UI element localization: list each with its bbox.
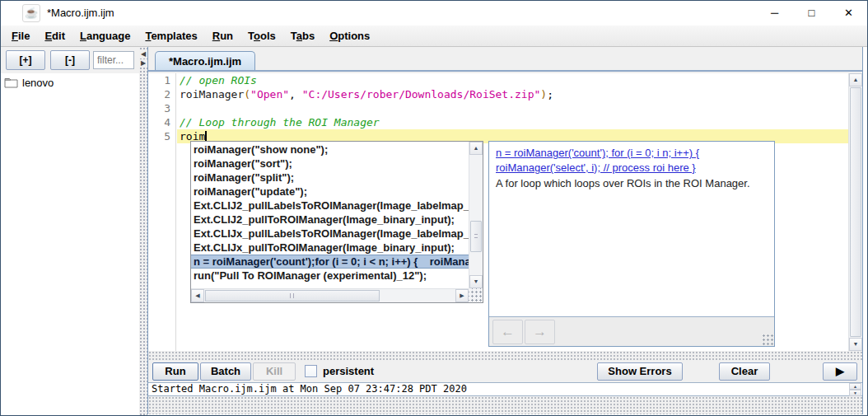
menu-run[interactable]: Run — [205, 26, 240, 46]
maximize-button[interactable]: □ — [793, 1, 830, 26]
window-title: *Macro.ijm.ijm — [47, 1, 114, 26]
menu-mnemonic: L — [80, 30, 86, 42]
filter-input[interactable] — [93, 51, 134, 69]
minimize-button[interactable]: ─ — [756, 1, 793, 26]
batch-button[interactable]: Batch — [200, 362, 251, 381]
menu-tabs[interactable]: Tabs — [283, 26, 322, 46]
tree-item-label: lenovo — [22, 77, 54, 89]
thumb-grip — [474, 234, 478, 238]
tab-strip: *Macro.ijm.ijm — [148, 47, 862, 72]
clear-button[interactable]: Clear — [719, 362, 770, 381]
ac-scroll-down-icon[interactable]: ▼ — [469, 275, 483, 288]
autocomplete-vertical-scrollbar[interactable]: ▲ ▼ — [469, 142, 483, 288]
ac-scroll-right-icon[interactable]: ▶ — [455, 289, 469, 302]
java-app-icon: ☕ — [22, 4, 40, 22]
menu-mnemonic: a — [296, 30, 302, 42]
add-tab-button[interactable]: [+] — [6, 50, 45, 70]
autocomplete-item[interactable]: run("Pull To ROIManager (experimental)_1… — [191, 269, 469, 283]
scroll-down-icon[interactable]: ▼ — [849, 338, 862, 351]
code-token: "Open" — [250, 88, 289, 100]
collapse-left-icon[interactable]: ◀ — [139, 50, 147, 58]
status-output: Started Macro.ijm.ijm at Mon Sep 07 23:4… — [148, 382, 862, 396]
status-scrollbar[interactable]: ▲ ▼ — [849, 383, 861, 396]
autocomplete-list[interactable]: roiManager("show none");roiManager("sort… — [191, 142, 469, 288]
editor-scroll-thumb[interactable] — [850, 87, 861, 337]
menu-tools[interactable]: Tools — [240, 26, 283, 46]
thumb-grip — [290, 293, 294, 298]
folder-icon — [4, 77, 18, 88]
window-controls: ─ □ ✕ — [756, 1, 867, 26]
tree-item-lenovo[interactable]: lenovo — [4, 77, 54, 89]
forward-arrow-icon[interactable]: → — [525, 320, 555, 344]
description-content: n = roiManager('count'); for (i = 0; i n… — [489, 142, 774, 316]
menu-mnemonic: R — [212, 30, 220, 42]
code-line-2: roiManager("Open", "C:/Users/rober/Downl… — [177, 87, 848, 101]
autocomplete-item[interactable]: Ext.CLIJx_pullLabelsToROIManager(Image_l… — [191, 227, 469, 241]
play-button[interactable]: ▶ — [823, 362, 857, 381]
menu-mnemonic: E — [44, 30, 52, 42]
file-tree-panel: [+] [-] lenovo — [1, 47, 139, 415]
back-arrow-icon[interactable]: ← — [492, 320, 523, 344]
editor-vertical-scrollbar[interactable]: ▲ ▼ — [848, 73, 862, 351]
line-number: 2 — [148, 87, 175, 101]
line-number: 4 — [148, 115, 175, 129]
line-number: 1 — [148, 73, 175, 87]
menu-file[interactable]: File — [4, 26, 37, 46]
status-scroll-up-icon[interactable]: ▲ — [849, 383, 861, 390]
resize-grip-icon[interactable] — [762, 334, 773, 345]
ac-scroll-left-icon[interactable]: ◀ — [191, 289, 204, 302]
titlebar: ☕ *Macro.ijm.ijm ─ □ ✕ — [1, 1, 867, 26]
menubar: FileEditLanguageTemplatesRunToolsTabsOpt… — [1, 26, 867, 47]
autocomplete-horizontal-scrollbar[interactable]: ◀ ▶ — [191, 288, 469, 302]
ac-hscroll-thumb[interactable] — [205, 290, 380, 301]
autocomplete-item[interactable]: Ext.CLIJ2_pullToROIManager(Image_binary_… — [191, 213, 469, 227]
autocomplete-item[interactable]: n = roiManager('count');for (i = 0; i < … — [191, 255, 469, 269]
code-token: ( — [244, 88, 250, 100]
persistent-checkbox[interactable] — [305, 365, 317, 377]
code-line-4: // Loop through the ROI Manager — [177, 115, 848, 129]
autocomplete-description-popup: n = roiManager('count'); for (i = 0; i n… — [488, 141, 775, 347]
remove-tab-button[interactable]: [-] — [50, 50, 90, 70]
show-errors-button[interactable]: Show Errors — [597, 362, 683, 381]
code-token: // open ROIs — [180, 74, 257, 86]
autocomplete-item[interactable]: roiManager("split"); — [191, 171, 469, 185]
line-number-gutter: 12345 — [148, 73, 176, 351]
line-number: 5 — [148, 129, 175, 143]
status-scroll-down-icon[interactable]: ▼ — [849, 390, 861, 396]
ac-scroll-up-icon[interactable]: ▲ — [469, 142, 483, 155]
autocomplete-popup: roiManager("show none");roiManager("sort… — [190, 141, 483, 303]
resize-grip-icon[interactable] — [469, 288, 483, 302]
script-editor-window: ☕ *Macro.ijm.ijm ─ □ ✕ FileEditLanguageT… — [0, 0, 868, 416]
description-link[interactable]: roiManager('select', i); // process roi … — [496, 161, 768, 175]
menu-mnemonic: o — [254, 30, 260, 42]
toolbar-top-texture — [148, 351, 862, 361]
ac-vscroll-thumb[interactable] — [470, 221, 482, 252]
close-button[interactable]: ✕ — [830, 1, 867, 26]
description-text: A for loop which loops over ROIs in the … — [496, 176, 768, 191]
autocomplete-item[interactable]: Ext.CLIJx_pullToROIManager(Image_binary_… — [191, 241, 469, 255]
run-button[interactable]: Run — [152, 362, 198, 381]
code-token: // Loop through the ROI Manager — [180, 116, 380, 129]
tree-toolbar: [+] [-] — [1, 47, 139, 73]
expand-right-icon[interactable]: ▶ — [139, 59, 147, 68]
kill-button[interactable]: Kill — [253, 362, 296, 381]
run-toolbar: Run Batch Kill persistent Show Errors Cl… — [148, 361, 862, 382]
description-link[interactable]: n = roiManager('count'); for (i = 0; i n… — [496, 146, 768, 161]
code-token: "C:/Users/rober/Downloads/RoiSet.zip" — [302, 88, 541, 100]
autocomplete-item[interactable]: roiManager("show none"); — [191, 143, 469, 157]
autocomplete-item[interactable]: roiManager("update"); — [191, 185, 469, 199]
menu-mnemonic: T — [145, 30, 151, 42]
autocomplete-item[interactable]: roiManager("sort"); — [191, 157, 469, 171]
code-line-3 — [177, 101, 848, 115]
tab-macro[interactable]: *Macro.ijm.ijm — [155, 51, 255, 70]
scroll-up-icon[interactable]: ▲ — [849, 73, 862, 86]
bottom-texture — [148, 396, 862, 414]
menu-language[interactable]: Language — [72, 26, 138, 46]
menu-edit[interactable]: Edit — [37, 26, 72, 46]
description-footer: ← → — [489, 316, 774, 346]
autocomplete-item[interactable]: Ext.CLIJ2_pullLabelsToROIManager(Image_l… — [191, 199, 469, 213]
code-token: , — [289, 88, 302, 100]
menu-options[interactable]: Options — [322, 26, 377, 46]
menu-templates[interactable]: Templates — [138, 26, 204, 46]
panel-splitter[interactable]: ◀ ▶ — [139, 47, 147, 415]
